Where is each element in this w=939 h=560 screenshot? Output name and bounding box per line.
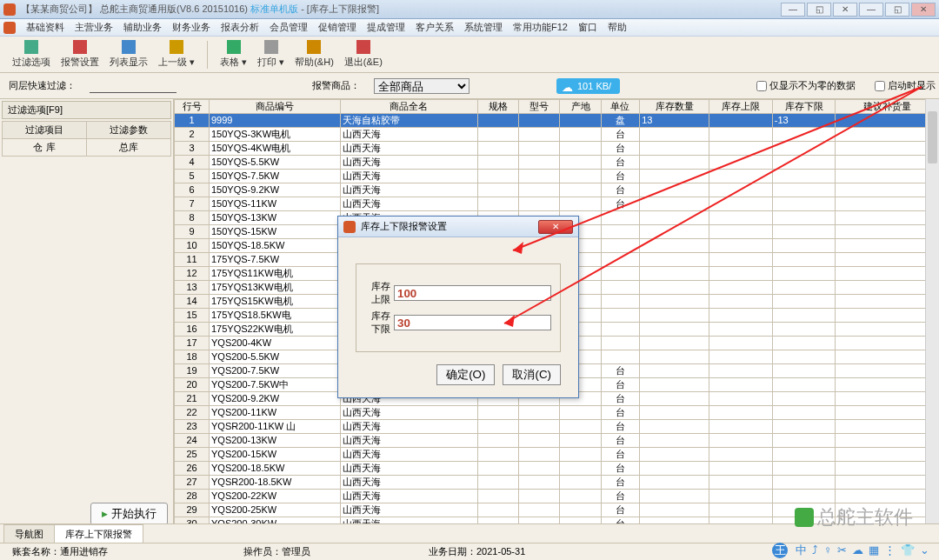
table-row[interactable]: 24YQS200-13KW山西天海台	[175, 434, 939, 448]
tray-icon[interactable]: ⌄	[920, 543, 929, 557]
column-header[interactable]: 库存下限	[772, 100, 836, 114]
column-header[interactable]: 商品编号	[210, 100, 341, 114]
menu-item[interactable]: 客户关系	[410, 20, 459, 34]
restore-inner-button[interactable]: ◱	[885, 3, 909, 17]
menu-item[interactable]: 提成管理	[362, 20, 410, 34]
table-row[interactable]: 4150YQS-5.5KW山西天海台	[175, 156, 939, 170]
tray-icon[interactable]: ✂	[837, 543, 847, 557]
cancel-button[interactable]: 取消(C)	[503, 364, 561, 385]
table-row[interactable]: 23YQSR200-11KW 山山西天海台	[175, 420, 939, 434]
ime-tray: 王 中⤴♀✂☁▦⋮👕⌄	[772, 543, 932, 558]
menu-item[interactable]: 促销管理	[313, 20, 362, 34]
toolbar-separator	[207, 41, 208, 69]
filter-params-table: 过滤项目过滤参数 仓 库总库	[2, 121, 171, 157]
table-row[interactable]: 25YQS200-15KW山西天海台	[175, 448, 939, 462]
alarm-settings-dialog: 库存上下限报警设置 ✕ 库存上限 库存下限 确定(O) 取消(C)	[337, 216, 579, 398]
menu-item[interactable]: 报表分析	[216, 20, 264, 34]
filter-bar: 同层快速过滤： 报警商品： 全部商品 101 KB/ 仅显示不为零的数据 启动时…	[0, 73, 939, 99]
menu-item[interactable]: 会员管理	[264, 20, 313, 34]
start-execute-button[interactable]: 开始执行	[90, 503, 168, 525]
table-row[interactable]: 27YQSR200-18.5KW山西天海台	[175, 476, 939, 490]
tab-nav[interactable]: 导航图	[3, 524, 55, 543]
column-header[interactable]: 建议补货量	[836, 100, 939, 114]
ok-button[interactable]: 确定(O)	[436, 364, 495, 385]
filter-item-warehouse[interactable]: 仓 库	[3, 139, 87, 157]
minimize-inner-button[interactable]: —	[859, 3, 883, 17]
window-controls: — ◱ ✕ — ◱ ✕	[781, 3, 936, 17]
table-row[interactable]: 28YQS200-22KW山西天海台	[175, 490, 939, 503]
vertical-scrollbar[interactable]	[925, 99, 939, 530]
column-header[interactable]: 产地	[560, 100, 601, 114]
lower-limit-input[interactable]	[394, 315, 551, 330]
toolbar-button[interactable]: 报警设置	[56, 38, 104, 70]
title-text: 【某某商贸公司】 总舵主商贸通用版(V8.6 20151016) 标准单机版 -…	[21, 3, 781, 16]
tray-icon[interactable]: ☁	[852, 543, 863, 557]
table-row[interactable]: 3150YQS-4KW电机山西天海台	[175, 142, 939, 156]
column-header[interactable]: 行号	[175, 100, 210, 114]
close-button[interactable]: ✕	[833, 3, 857, 17]
menu-item[interactable]: 系统管理	[459, 20, 508, 34]
biz-date: 业务日期：2021-05-31	[422, 545, 532, 558]
tab-alarm[interactable]: 库存上下限报警	[54, 524, 143, 543]
minimize-button[interactable]: —	[781, 3, 805, 17]
filter-value-warehouse[interactable]: 总库	[87, 139, 171, 157]
filter-col-item: 过滤项目	[3, 122, 87, 139]
close-inner-button[interactable]: ✕	[911, 3, 936, 17]
menu-item[interactable]: 辅助业务	[118, 20, 167, 34]
menu-icon	[3, 22, 16, 34]
table-row[interactable]: 5150YQS-7.5KW山西天海台	[175, 170, 939, 183]
quick-filter-input[interactable]	[90, 79, 176, 93]
table-row[interactable]: 6150YQS-9.2KW山西天海台	[175, 183, 939, 197]
column-header[interactable]: 库存上限	[709, 100, 773, 114]
toolbar-button[interactable]: 表格 ▾	[215, 38, 252, 70]
nonzero-checkbox[interactable]: 仅显示不为零的数据	[756, 79, 856, 92]
column-header[interactable]: 单位	[601, 100, 639, 114]
table-row[interactable]: 2150YQS-3KW电机山西天海台	[175, 128, 939, 142]
upper-limit-label: 库存上限	[365, 280, 390, 306]
speed-badge: 101 KB/	[556, 78, 620, 94]
toolbar-button[interactable]: 上一级 ▾	[153, 38, 200, 70]
ime-round-icon[interactable]: 王	[772, 543, 788, 558]
table-row[interactable]: 19999天海自粘胶带盘13-13	[175, 114, 939, 128]
alarm-product-select[interactable]: 全部商品	[374, 78, 470, 94]
dialog-close-button[interactable]: ✕	[538, 220, 573, 234]
lower-limit-label: 库存下限	[365, 310, 390, 336]
menu-item[interactable]: 帮助	[603, 20, 632, 34]
filter-col-param: 过滤参数	[87, 122, 171, 139]
left-panel: 过滤选项[F9] 过滤项目过滤参数 仓 库总库 开始执行	[0, 99, 174, 530]
scroll-thumb[interactable]	[928, 111, 937, 163]
alarm-product-label: 报警商品：	[312, 79, 360, 92]
menu-item[interactable]: 基础资料	[21, 20, 70, 34]
tray-icon[interactable]: ♀	[823, 543, 832, 557]
tray-icon[interactable]: ⋮	[884, 543, 896, 557]
column-header[interactable]: 型号	[518, 100, 559, 114]
table-row[interactable]: 26YQS200-18.5KW山西天海台	[175, 462, 939, 476]
watermark: 总舵主软件	[795, 504, 913, 530]
tray-icon[interactable]: 👕	[901, 543, 915, 557]
toolbar-button[interactable]: 过滤选项	[7, 38, 56, 70]
watermark-icon	[795, 508, 814, 527]
column-header[interactable]: 库存数量	[640, 100, 709, 114]
table-row[interactable]: 22YQS200-11KW山西天海台	[175, 406, 939, 420]
tray-icon[interactable]: ⤴	[812, 543, 818, 557]
table-row[interactable]: 7150YQS-11KW山西天海台	[175, 197, 939, 211]
tray-icon[interactable]: 中	[796, 543, 807, 557]
toolbar-button[interactable]: 退出(&E)	[339, 38, 388, 70]
toolbar-button[interactable]: 打印 ▾	[252, 38, 290, 70]
toolbar-button[interactable]: 帮助(&H)	[290, 38, 339, 70]
column-header[interactable]: 商品全名	[341, 100, 477, 114]
dialog-title-text: 库存上下限报警设置	[361, 220, 447, 233]
menu-item[interactable]: 窗口	[573, 20, 603, 34]
toolbar-button[interactable]: 列表显示	[104, 38, 153, 70]
menu-item[interactable]: 常用功能F12	[508, 20, 573, 34]
upper-limit-input[interactable]	[394, 285, 551, 301]
maximize-button[interactable]: ◱	[807, 3, 831, 17]
column-header[interactable]: 规格	[477, 100, 518, 114]
app-icon	[3, 3, 16, 16]
autostart-checkbox[interactable]: 启动时显示	[875, 79, 936, 92]
tray-icon[interactable]: ▦	[869, 543, 879, 557]
menu-item[interactable]: 主营业务	[70, 20, 118, 34]
dialog-titlebar[interactable]: 库存上下限报警设置 ✕	[338, 217, 578, 237]
operator: 操作员：管理员	[236, 545, 317, 558]
menu-item[interactable]: 财务业务	[167, 20, 216, 34]
